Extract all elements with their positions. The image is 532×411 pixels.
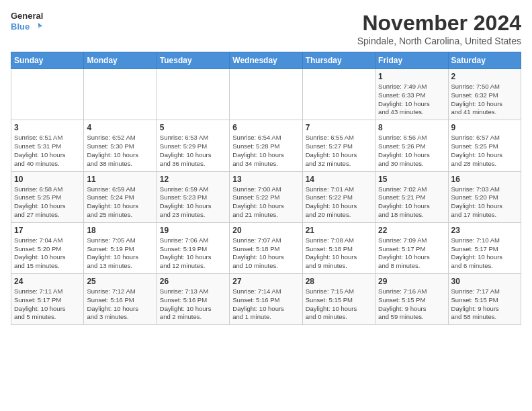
day-number: 4	[87, 123, 153, 132]
calendar-cell	[11, 69, 84, 120]
day-info: Sunrise: 7:11 AM Sunset: 5:17 PM Dayligh…	[14, 287, 81, 322]
title-block: November 2024 Spindale, North Carolina, …	[357, 11, 521, 46]
page-header: General Blue November 2024 Spindale, Nor…	[11, 11, 521, 46]
weekday-tuesday: Tuesday	[157, 52, 229, 69]
weekday-friday: Friday	[375, 52, 448, 69]
day-info: Sunrise: 6:58 AM Sunset: 5:25 PM Dayligh…	[14, 185, 81, 220]
calendar-cell: 27Sunrise: 7:14 AM Sunset: 5:16 PM Dayli…	[230, 274, 302, 325]
calendar-cell: 14Sunrise: 7:01 AM Sunset: 5:22 PM Dayli…	[302, 171, 375, 222]
calendar-cell: 10Sunrise: 6:58 AM Sunset: 5:25 PM Dayli…	[11, 171, 84, 222]
day-info: Sunrise: 6:51 AM Sunset: 5:31 PM Dayligh…	[14, 134, 81, 168]
day-number: 10	[14, 175, 81, 184]
day-number: 22	[378, 226, 445, 235]
calendar-cell: 9Sunrise: 6:57 AM Sunset: 5:25 PM Daylig…	[448, 120, 521, 171]
day-info: Sunrise: 7:05 AM Sunset: 5:19 PM Dayligh…	[87, 236, 153, 271]
day-info: Sunrise: 7:04 AM Sunset: 5:20 PM Dayligh…	[14, 236, 81, 271]
day-number: 14	[306, 175, 372, 184]
day-info: Sunrise: 7:06 AM Sunset: 5:19 PM Dayligh…	[160, 236, 226, 271]
day-info: Sunrise: 6:57 AM Sunset: 5:25 PM Dayligh…	[451, 134, 518, 168]
calendar-cell: 18Sunrise: 7:05 AM Sunset: 5:19 PM Dayli…	[84, 222, 157, 273]
day-number: 3	[14, 123, 81, 132]
calendar-cell: 5Sunrise: 6:53 AM Sunset: 5:29 PM Daylig…	[157, 120, 229, 171]
logo-wordmark: General Blue	[11, 11, 43, 32]
calendar-cell: 6Sunrise: 6:54 AM Sunset: 5:28 PM Daylig…	[230, 120, 302, 171]
day-number: 27	[232, 277, 299, 286]
day-number: 15	[378, 175, 445, 184]
calendar-cell: 28Sunrise: 7:15 AM Sunset: 5:15 PM Dayli…	[302, 274, 375, 325]
week-row-4: 17Sunrise: 7:04 AM Sunset: 5:20 PM Dayli…	[11, 222, 521, 273]
day-number: 9	[451, 123, 518, 132]
calendar-cell: 25Sunrise: 7:12 AM Sunset: 5:16 PM Dayli…	[84, 274, 157, 325]
day-info: Sunrise: 7:00 AM Sunset: 5:22 PM Dayligh…	[232, 185, 299, 220]
calendar-cell	[157, 69, 229, 120]
weekday-saturday: Saturday	[448, 52, 521, 69]
calendar-cell: 3Sunrise: 6:51 AM Sunset: 5:31 PM Daylig…	[11, 120, 84, 171]
day-number: 21	[306, 226, 372, 235]
day-info: Sunrise: 7:07 AM Sunset: 5:18 PM Dayligh…	[232, 236, 299, 271]
weekday-sunday: Sunday	[11, 52, 84, 69]
day-number: 23	[451, 226, 518, 235]
day-info: Sunrise: 7:10 AM Sunset: 5:17 PM Dayligh…	[451, 236, 518, 271]
day-number: 18	[87, 226, 153, 235]
day-number: 17	[14, 226, 81, 235]
day-info: Sunrise: 6:56 AM Sunset: 5:26 PM Dayligh…	[378, 134, 445, 168]
day-info: Sunrise: 7:01 AM Sunset: 5:22 PM Dayligh…	[306, 185, 372, 220]
day-info: Sunrise: 7:12 AM Sunset: 5:16 PM Dayligh…	[87, 287, 153, 322]
calendar-cell	[302, 69, 375, 120]
calendar-cell	[84, 69, 157, 120]
calendar-cell: 8Sunrise: 6:56 AM Sunset: 5:26 PM Daylig…	[375, 120, 448, 171]
calendar-cell: 20Sunrise: 7:07 AM Sunset: 5:18 PM Dayli…	[230, 222, 302, 273]
day-number: 1	[378, 72, 445, 81]
calendar-cell: 30Sunrise: 7:17 AM Sunset: 5:15 PM Dayli…	[448, 274, 521, 325]
calendar-cell: 21Sunrise: 7:08 AM Sunset: 5:18 PM Dayli…	[302, 222, 375, 273]
calendar-cell: 23Sunrise: 7:10 AM Sunset: 5:17 PM Dayli…	[448, 222, 521, 273]
location: Spindale, North Carolina, United States	[357, 36, 521, 46]
day-number: 24	[14, 277, 81, 286]
day-info: Sunrise: 6:54 AM Sunset: 5:28 PM Dayligh…	[232, 134, 299, 168]
day-number: 26	[160, 277, 226, 286]
day-info: Sunrise: 6:55 AM Sunset: 5:27 PM Dayligh…	[306, 134, 372, 168]
day-info: Sunrise: 7:13 AM Sunset: 5:16 PM Dayligh…	[160, 287, 226, 322]
day-info: Sunrise: 7:14 AM Sunset: 5:16 PM Dayligh…	[232, 287, 299, 322]
day-number: 16	[451, 175, 518, 184]
week-row-1: 1Sunrise: 7:49 AM Sunset: 6:33 PM Daylig…	[11, 69, 521, 120]
weekday-thursday: Thursday	[302, 52, 375, 69]
calendar-cell: 2Sunrise: 7:50 AM Sunset: 6:32 PM Daylig…	[448, 69, 521, 120]
day-number: 2	[451, 72, 518, 81]
calendar-cell: 4Sunrise: 6:52 AM Sunset: 5:30 PM Daylig…	[84, 120, 157, 171]
day-info: Sunrise: 6:59 AM Sunset: 5:23 PM Dayligh…	[160, 185, 226, 220]
calendar-cell: 24Sunrise: 7:11 AM Sunset: 5:17 PM Dayli…	[11, 274, 84, 325]
day-number: 28	[306, 277, 372, 286]
day-number: 7	[306, 123, 372, 132]
calendar-cell	[230, 69, 302, 120]
day-info: Sunrise: 7:08 AM Sunset: 5:18 PM Dayligh…	[306, 236, 372, 271]
day-info: Sunrise: 7:17 AM Sunset: 5:15 PM Dayligh…	[451, 287, 518, 322]
day-info: Sunrise: 7:03 AM Sunset: 5:20 PM Dayligh…	[451, 185, 518, 220]
weekday-header-row: SundayMondayTuesdayWednesdayThursdayFrid…	[11, 52, 521, 69]
week-row-5: 24Sunrise: 7:11 AM Sunset: 5:17 PM Dayli…	[11, 274, 521, 325]
calendar-cell: 15Sunrise: 7:02 AM Sunset: 5:21 PM Dayli…	[375, 171, 448, 222]
week-row-2: 3Sunrise: 6:51 AM Sunset: 5:31 PM Daylig…	[11, 120, 521, 171]
day-info: Sunrise: 6:52 AM Sunset: 5:30 PM Dayligh…	[87, 134, 153, 168]
calendar-cell: 12Sunrise: 6:59 AM Sunset: 5:23 PM Dayli…	[157, 171, 229, 222]
weekday-wednesday: Wednesday	[230, 52, 302, 69]
calendar-table: SundayMondayTuesdayWednesdayThursdayFrid…	[11, 52, 521, 325]
calendar-cell: 19Sunrise: 7:06 AM Sunset: 5:19 PM Dayli…	[157, 222, 229, 273]
day-info: Sunrise: 7:15 AM Sunset: 5:15 PM Dayligh…	[306, 287, 372, 322]
logo: General Blue	[11, 11, 43, 32]
day-info: Sunrise: 6:53 AM Sunset: 5:29 PM Dayligh…	[160, 134, 226, 168]
day-number: 13	[232, 175, 299, 184]
calendar-cell: 11Sunrise: 6:59 AM Sunset: 5:24 PM Dayli…	[84, 171, 157, 222]
calendar-cell: 7Sunrise: 6:55 AM Sunset: 5:27 PM Daylig…	[302, 120, 375, 171]
logo-bird-icon	[34, 21, 43, 31]
day-number: 19	[160, 226, 226, 235]
calendar-cell: 16Sunrise: 7:03 AM Sunset: 5:20 PM Dayli…	[448, 171, 521, 222]
calendar-cell: 26Sunrise: 7:13 AM Sunset: 5:16 PM Dayli…	[157, 274, 229, 325]
calendar-cell: 17Sunrise: 7:04 AM Sunset: 5:20 PM Dayli…	[11, 222, 84, 273]
calendar-cell: 1Sunrise: 7:49 AM Sunset: 6:33 PM Daylig…	[375, 69, 448, 120]
calendar-cell: 22Sunrise: 7:09 AM Sunset: 5:17 PM Dayli…	[375, 222, 448, 273]
day-info: Sunrise: 7:50 AM Sunset: 6:32 PM Dayligh…	[451, 83, 518, 117]
day-number: 29	[378, 277, 445, 286]
weekday-monday: Monday	[84, 52, 157, 69]
day-info: Sunrise: 7:16 AM Sunset: 5:15 PM Dayligh…	[378, 287, 445, 322]
